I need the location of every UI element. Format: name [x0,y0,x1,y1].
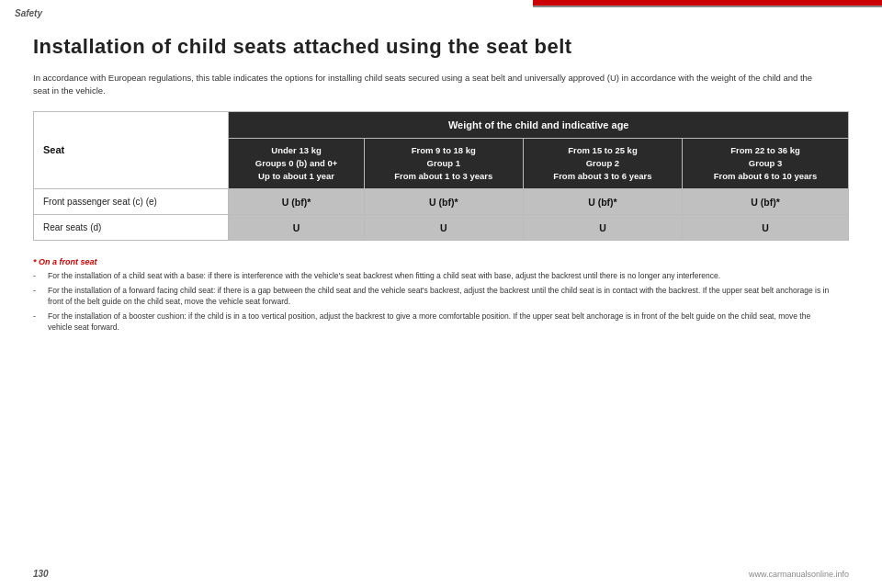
table-cell-0-0: U (bf)* [229,189,364,215]
col-header-1: From 9 to 18 kg Group 1 From about 1 to … [364,138,523,189]
seat-label-row-1: Rear seats (d) [34,215,229,241]
table-cell-0-3: U (bf)* [683,189,849,215]
table-cell-0-1: U (bf)* [364,189,523,215]
table-main-header: Weight of the child and indicative age [229,111,849,138]
footnote-items: -For the installation of a child seat wi… [33,271,832,333]
col-header-0: Under 13 kg Groups 0 (b) and 0+ Up to ab… [229,138,364,189]
footnote-title: * On a front seat [33,257,832,266]
seat-column-header: Seat [34,111,229,189]
footnote-section: * On a front seat -For the installation … [33,257,832,333]
col-header-2: From 15 to 25 kg Group 2 From about 3 to… [523,138,682,189]
table-cell-1-2: U [523,215,682,241]
section-label: Safety [15,8,42,18]
child-seat-table: Seat Weight of the child and indicative … [33,111,849,242]
main-content: Installation of child seats attached usi… [0,26,882,346]
accent-line [533,6,882,7]
footnote-item-0: -For the installation of a child seat wi… [33,271,832,282]
watermark: www.carmanualsonline.info [749,570,849,579]
page-number: 130 [33,569,49,579]
footnote-bullet: - [33,271,42,282]
table-cell-0-2: U (bf)* [523,189,682,215]
page-title: Installation of child seats attached usi… [33,35,849,59]
footnote-item-2: -For the installation of a booster cushi… [33,311,832,334]
seat-label-row-0: Front passenger seat (c) (e) [34,189,229,215]
footnote-bullet: - [33,311,42,322]
table-cell-1-3: U [683,215,849,241]
footnote-item-1: -For the installation of a forward facin… [33,286,832,308]
table-cell-1-0: U [229,215,364,241]
footnote-bullet: - [33,286,42,297]
intro-text: In accordance with European regulations,… [33,72,823,98]
col-header-3: From 22 to 36 kg Group 3 From about 6 to… [683,138,849,189]
table-cell-1-1: U [364,215,523,241]
